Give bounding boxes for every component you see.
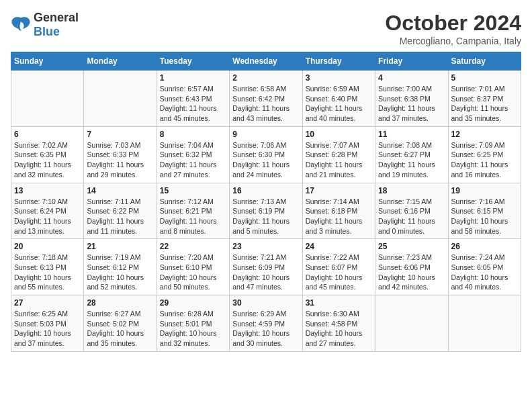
- calendar-cell: 9Sunrise: 7:06 AMSunset: 6:30 PMDaylight…: [230, 126, 302, 183]
- daylight-text: Daylight: 10 hours and 35 minutes.: [87, 328, 153, 348]
- calendar-cell: 1Sunrise: 6:57 AMSunset: 6:43 PMDaylight…: [157, 71, 229, 127]
- month-title: October 2024: [385, 11, 521, 36]
- day-info: Sunrise: 7:12 AMSunset: 6:21 PMDaylight:…: [160, 197, 226, 236]
- daylight-text: Daylight: 11 hours and 0 minutes.: [378, 216, 445, 236]
- sunrise-text: Sunrise: 7:03 AM: [87, 140, 153, 150]
- day-number: 14: [87, 186, 153, 195]
- day-info: Sunrise: 7:08 AMSunset: 6:27 PMDaylight:…: [378, 140, 445, 180]
- daylight-text: Daylight: 11 hours and 24 minutes.: [232, 160, 299, 179]
- day-number: 6: [14, 130, 81, 139]
- day-info: Sunrise: 7:21 AMSunset: 6:09 PMDaylight:…: [232, 253, 299, 292]
- day-info: Sunrise: 7:18 AMSunset: 6:13 PMDaylight:…: [14, 253, 81, 292]
- sunset-text: Sunset: 6:07 PM: [306, 263, 372, 273]
- day-number: 28: [87, 298, 153, 308]
- day-info: Sunrise: 7:14 AMSunset: 6:18 PMDaylight:…: [306, 197, 372, 236]
- day-number: 12: [451, 130, 518, 139]
- day-info: Sunrise: 7:22 AMSunset: 6:07 PMDaylight:…: [306, 253, 372, 292]
- logo-general: General: [34, 11, 79, 24]
- sunrise-text: Sunrise: 7:19 AM: [87, 253, 153, 263]
- day-info: Sunrise: 7:07 AMSunset: 6:28 PMDaylight:…: [306, 140, 372, 180]
- day-info: Sunrise: 7:24 AMSunset: 6:05 PMDaylight:…: [451, 253, 518, 292]
- day-info: Sunrise: 7:16 AMSunset: 6:15 PMDaylight:…: [451, 197, 518, 236]
- calendar-table: SundayMondayTuesdayWednesdayThursdayFrid…: [11, 52, 521, 352]
- day-number: 1: [160, 73, 226, 83]
- calendar-cell: 26Sunrise: 7:24 AMSunset: 6:05 PMDayligh…: [448, 239, 521, 295]
- daylight-text: Daylight: 10 hours and 40 minutes.: [451, 273, 518, 292]
- daylight-text: Daylight: 10 hours and 27 minutes.: [306, 328, 372, 348]
- day-info: Sunrise: 7:11 AMSunset: 6:22 PMDaylight:…: [87, 197, 153, 236]
- sunrise-text: Sunrise: 7:15 AM: [378, 197, 445, 207]
- day-info: Sunrise: 7:15 AMSunset: 6:16 PMDaylight:…: [378, 197, 445, 236]
- day-number: 21: [87, 242, 153, 251]
- page-header: General Blue October 2024 Mercogliano, C…: [11, 11, 521, 46]
- daylight-text: Daylight: 11 hours and 29 minutes.: [87, 160, 153, 179]
- header-friday: Friday: [375, 52, 448, 71]
- calendar-cell: 5Sunrise: 7:01 AMSunset: 6:37 PMDaylight…: [448, 71, 521, 127]
- daylight-text: Daylight: 11 hours and 3 minutes.: [306, 216, 372, 236]
- daylight-text: Daylight: 11 hours and 40 minutes.: [306, 103, 372, 123]
- title-block: October 2024 Mercogliano, Campania, Ital…: [385, 11, 521, 46]
- calendar-cell: 19Sunrise: 7:16 AMSunset: 6:15 PMDayligh…: [448, 183, 521, 239]
- calendar-week-4: 20Sunrise: 7:18 AMSunset: 6:13 PMDayligh…: [11, 239, 521, 295]
- calendar-cell: 27Sunrise: 6:25 AMSunset: 5:03 PMDayligh…: [11, 295, 84, 352]
- day-info: Sunrise: 7:10 AMSunset: 6:24 PMDaylight:…: [14, 197, 81, 236]
- day-number: 17: [306, 186, 372, 195]
- calendar-cell: 30Sunrise: 6:29 AMSunset: 4:59 PMDayligh…: [230, 295, 302, 352]
- header-wednesday: Wednesday: [230, 52, 302, 71]
- sunset-text: Sunset: 6:35 PM: [14, 150, 81, 160]
- sunset-text: Sunset: 6:18 PM: [306, 206, 372, 216]
- sunrise-text: Sunrise: 7:04 AM: [160, 140, 226, 150]
- calendar-cell: 3Sunrise: 6:59 AMSunset: 6:40 PMDaylight…: [302, 71, 375, 127]
- header-saturday: Saturday: [448, 52, 521, 71]
- header-tuesday: Tuesday: [157, 52, 229, 71]
- day-number: 26: [451, 242, 518, 251]
- daylight-text: Daylight: 11 hours and 27 minutes.: [160, 160, 226, 179]
- sunset-text: Sunset: 6:33 PM: [87, 150, 153, 160]
- sunrise-text: Sunrise: 7:01 AM: [451, 84, 518, 94]
- sunset-text: Sunset: 6:42 PM: [232, 94, 299, 104]
- daylight-text: Daylight: 11 hours and 43 minutes.: [232, 103, 299, 123]
- daylight-text: Daylight: 11 hours and 5 minutes.: [232, 216, 299, 236]
- day-number: 30: [232, 298, 299, 308]
- day-number: 9: [232, 130, 299, 139]
- day-info: Sunrise: 6:30 AMSunset: 4:58 PMDaylight:…: [306, 309, 372, 349]
- sunset-text: Sunset: 6:37 PM: [451, 94, 518, 104]
- logo: General Blue: [11, 11, 79, 39]
- day-info: Sunrise: 6:59 AMSunset: 6:40 PMDaylight:…: [306, 84, 372, 124]
- daylight-text: Daylight: 10 hours and 32 minutes.: [160, 328, 226, 348]
- day-info: Sunrise: 6:58 AMSunset: 6:42 PMDaylight:…: [232, 84, 299, 124]
- calendar-cell: 29Sunrise: 6:28 AMSunset: 5:01 PMDayligh…: [157, 295, 229, 352]
- sunrise-text: Sunrise: 7:11 AM: [87, 197, 153, 207]
- sunset-text: Sunset: 5:02 PM: [87, 319, 153, 329]
- daylight-text: Daylight: 10 hours and 30 minutes.: [232, 328, 299, 348]
- day-number: 13: [14, 186, 81, 195]
- sunrise-text: Sunrise: 7:10 AM: [14, 197, 81, 207]
- calendar-cell: 23Sunrise: 7:21 AMSunset: 6:09 PMDayligh…: [230, 239, 302, 295]
- calendar-week-5: 27Sunrise: 6:25 AMSunset: 5:03 PMDayligh…: [11, 295, 521, 352]
- daylight-text: Daylight: 11 hours and 21 minutes.: [306, 160, 372, 179]
- daylight-text: Daylight: 10 hours and 45 minutes.: [306, 273, 372, 292]
- sunset-text: Sunset: 6:15 PM: [451, 206, 518, 216]
- sunset-text: Sunset: 6:05 PM: [451, 263, 518, 273]
- day-number: 7: [87, 130, 153, 139]
- calendar-cell: 31Sunrise: 6:30 AMSunset: 4:58 PMDayligh…: [302, 295, 375, 352]
- sunrise-text: Sunrise: 7:09 AM: [451, 140, 518, 150]
- sunset-text: Sunset: 6:12 PM: [87, 263, 153, 273]
- sunrise-text: Sunrise: 7:18 AM: [14, 253, 81, 263]
- daylight-text: Daylight: 11 hours and 8 minutes.: [160, 216, 226, 236]
- daylight-text: Daylight: 10 hours and 42 minutes.: [378, 273, 445, 292]
- calendar-cell: 17Sunrise: 7:14 AMSunset: 6:18 PMDayligh…: [302, 183, 375, 239]
- day-number: 5: [451, 73, 518, 83]
- sunset-text: Sunset: 6:43 PM: [160, 94, 226, 104]
- day-number: 3: [306, 73, 372, 83]
- daylight-text: Daylight: 11 hours and 45 minutes.: [160, 103, 226, 123]
- calendar-cell: 14Sunrise: 7:11 AMSunset: 6:22 PMDayligh…: [84, 183, 157, 239]
- calendar-cell: 10Sunrise: 7:07 AMSunset: 6:28 PMDayligh…: [302, 126, 375, 183]
- day-info: Sunrise: 7:09 AMSunset: 6:25 PMDaylight:…: [451, 140, 518, 180]
- calendar-cell: 15Sunrise: 7:12 AMSunset: 6:21 PMDayligh…: [157, 183, 229, 239]
- location: Mercogliano, Campania, Italy: [385, 36, 521, 46]
- calendar-cell: [375, 295, 448, 352]
- header-monday: Monday: [84, 52, 157, 71]
- calendar-cell: 13Sunrise: 7:10 AMSunset: 6:24 PMDayligh…: [11, 183, 84, 239]
- calendar-cell: 22Sunrise: 7:20 AMSunset: 6:10 PMDayligh…: [157, 239, 229, 295]
